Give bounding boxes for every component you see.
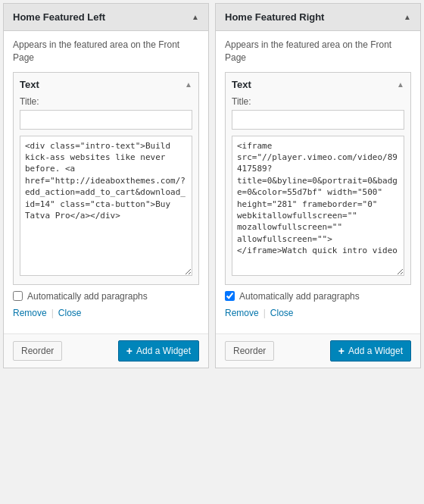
widget-footer-left: Reorder + Add a Widget [4, 333, 208, 368]
content-textarea-right[interactable]: <iframe src="//player.vimeo.com/video/89… [232, 136, 404, 276]
remove-link-right[interactable]: Remove [225, 308, 259, 318]
widget-header-title-right: Home Featured Right [225, 11, 324, 23]
widget-inner-title-right: Text [232, 79, 251, 90]
title-label-right: Title: [232, 96, 404, 107]
textarea-wrapper-right: <iframe src="//player.vimeo.com/video/89… [232, 136, 404, 278]
plus-icon-left: + [126, 345, 132, 357]
remove-link-left[interactable]: Remove [13, 308, 47, 318]
widget-panel-right: Home Featured Right ▲ Appears in the fea… [215, 3, 421, 368]
widget-header-left[interactable]: Home Featured Left ▲ [4, 4, 208, 31]
widget-links-left: Remove | Close [13, 308, 199, 318]
widget-header-arrow-left: ▲ [192, 13, 199, 21]
title-label-left: Title: [20, 96, 192, 107]
auto-para-checkbox-left[interactable] [13, 291, 23, 301]
auto-para-label-right: Automatically add paragraphs [239, 291, 360, 302]
widget-body-left: Appears in the featured area on the Fron… [4, 31, 208, 333]
auto-para-row-left: Automatically add paragraphs [13, 291, 199, 302]
close-link-right[interactable]: Close [270, 308, 294, 318]
add-widget-label-right: Add a Widget [348, 346, 403, 356]
widgets-container: Home Featured Left ▲ Appears in the feat… [0, 0, 424, 371]
widget-header-arrow-right: ▲ [404, 13, 411, 21]
widget-header-title-left: Home Featured Left [13, 11, 105, 23]
pipe-separator-right: | [263, 308, 266, 318]
plus-icon-right: + [338, 345, 344, 357]
reorder-button-left[interactable]: Reorder [13, 341, 62, 361]
auto-para-row-right: Automatically add paragraphs [225, 291, 411, 302]
widget-inner-box-left: Text ▲ Title: <div class="intro-text">Bu… [13, 72, 199, 285]
content-textarea-left[interactable]: <div class="intro-text">Build kick-ass w… [20, 136, 192, 276]
add-widget-button-left[interactable]: + Add a Widget [118, 340, 199, 362]
textarea-wrapper-left: <div class="intro-text">Build kick-ass w… [20, 136, 192, 278]
pipe-separator-left: | [51, 308, 54, 318]
widget-inner-header-left: Text ▲ [20, 79, 192, 90]
widget-footer-right: Reorder + Add a Widget [216, 333, 420, 368]
widget-description-left: Appears in the featured area on the Fron… [13, 39, 199, 64]
widget-links-right: Remove | Close [225, 308, 411, 318]
add-widget-button-right[interactable]: + Add a Widget [330, 340, 411, 362]
widget-body-right: Appears in the featured area on the Fron… [216, 31, 420, 333]
widget-inner-title-left: Text [20, 79, 39, 90]
widget-inner-box-right: Text ▲ Title: <iframe src="//player.vime… [225, 72, 411, 285]
widget-inner-arrow-left: ▲ [185, 80, 192, 89]
title-input-left[interactable] [20, 110, 192, 130]
widget-description-right: Appears in the featured area on the Fron… [225, 39, 411, 64]
widget-inner-arrow-right: ▲ [397, 80, 404, 89]
add-widget-label-left: Add a Widget [136, 346, 191, 356]
auto-para-checkbox-right[interactable] [225, 291, 235, 301]
widget-inner-header-right: Text ▲ [232, 79, 404, 90]
auto-para-label-left: Automatically add paragraphs [27, 291, 148, 302]
reorder-button-right[interactable]: Reorder [225, 341, 274, 361]
widget-panel-left: Home Featured Left ▲ Appears in the feat… [3, 3, 209, 368]
close-link-left[interactable]: Close [58, 308, 82, 318]
title-input-right[interactable] [232, 110, 404, 130]
widget-header-right[interactable]: Home Featured Right ▲ [216, 4, 420, 31]
